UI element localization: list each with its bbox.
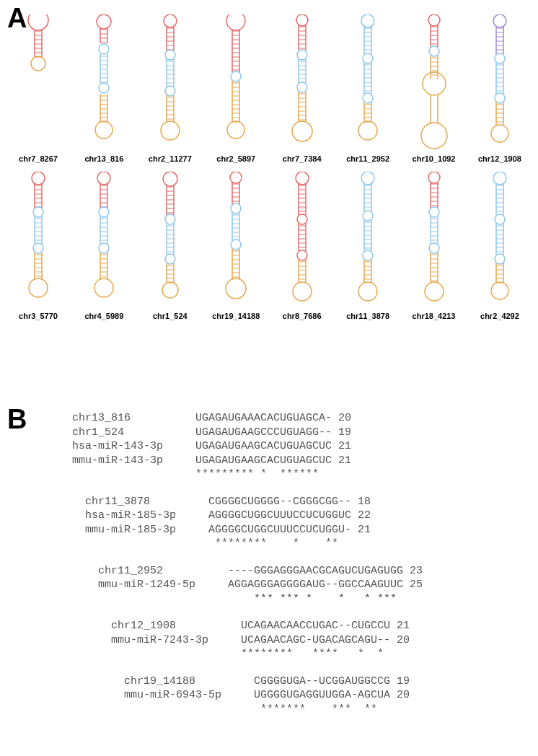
rna-hairpin-icon [339,172,397,309]
structure-label: chr18_4213 [413,312,456,320]
rna-structure: chr11_3878 [335,172,400,320]
svg-point-64 [165,50,175,60]
rna-structure: chr4_5989 [71,172,136,320]
structure-label: chr19_14188 [212,312,260,320]
svg-point-10 [31,56,45,71]
alignment-row: mmu-miR-185-3p AGGGGCUGGCUUUCCUCUGGU- 21 [72,523,423,537]
svg-point-67 [226,14,245,30]
alignment-row: mmu-miR-7243-3p UCAGAACAGC-UGACAGCAGU-- … [72,633,423,648]
alignment-block: chr19_14188 CGGGGUGA--UCGGAUGGCCG 19 mmu… [72,674,423,717]
svg-point-339 [361,172,374,185]
svg-point-225 [29,278,48,297]
svg-point-367 [428,172,440,183]
structure-label: chr2_4292 [480,312,519,320]
svg-point-197 [491,125,508,142]
rna-structure: chr13_816 [71,14,136,163]
svg-point-254 [163,172,177,186]
svg-point-280 [165,214,175,224]
alignment-row: mmu-miR-143-3p UGAGAUGAAGCACUGUAGCUC 21 [72,454,423,468]
structure-label: chr7_7384 [283,154,322,163]
svg-point-166 [423,72,446,95]
svg-point-310 [226,278,246,299]
structure-label: chr11_2952 [346,154,389,163]
panel-b-alignments: chr13_816 UGAGAUGAAACACUGUAGCA- 20chr1_5… [72,411,423,729]
rna-hairpin-icon [471,14,529,151]
alignment-row: chr12_1908 UCAGAACAACCUGAC--CUGCCU 21 [72,619,423,633]
svg-point-169 [421,123,447,149]
rna-structure: chr10_1092 [402,14,467,163]
panel-a-structures: chr7_8267chr13_816chr2_11277chr2_5897chr… [6,14,532,329]
rna-hairpin-icon [339,14,397,151]
svg-point-365 [363,250,373,260]
svg-point-119 [297,50,307,60]
alignment-consensus: *** *** * * * *** [72,592,423,607]
rna-structure: chr3_5770 [6,172,71,320]
svg-point-36 [99,44,109,54]
svg-point-93 [227,121,244,139]
rna-hairpin-icon [75,172,133,309]
svg-point-198 [32,172,45,185]
alignment-row: hsa-miR-185-3p AGGGGCUGGCUUUCCUCUGGUC 22 [72,509,423,523]
rna-hairpin-icon [207,14,265,151]
structure-label: chr4_5989 [85,312,124,320]
svg-point-423 [495,254,505,264]
rna-structure: chr2_11277 [138,14,203,163]
rna-structure: chr18_4213 [402,172,467,320]
alignment-row: mmu-miR-6943-5p UGGGGUGAGGUUGGA-AGCUA 20 [72,688,423,703]
svg-point-223 [33,207,43,217]
alignment-block: chr13_816 UGAGAUGAAACACUGUAGCA- 20chr1_5… [72,411,423,482]
rna-hairpin-icon [75,14,133,151]
svg-point-11 [97,14,111,29]
alignment-row: chr11_2952 ----GGGAGGGAACGCAGUCUGAGUGG 2… [72,564,423,579]
svg-point-422 [495,214,505,224]
structure-row-2: chr3_5770chr4_5989chr1_524chr19_14188chr… [6,172,532,320]
svg-point-337 [297,250,307,260]
svg-point-309 [231,239,241,250]
svg-point-170 [493,14,506,27]
svg-point-252 [99,243,109,253]
structure-row-1: chr7_8267chr13_816chr2_11277chr2_5897chr… [6,14,532,163]
alignment-consensus: ******** * ** [72,537,423,551]
svg-point-66 [161,121,180,140]
svg-point-396 [493,172,506,185]
structure-label: chr12_1908 [478,154,521,163]
svg-point-338 [293,282,312,301]
svg-point-122 [361,14,374,27]
structure-label: chr2_11277 [149,154,192,163]
rna-hairpin-icon [141,172,199,309]
svg-point-393 [429,207,439,217]
svg-point-149 [358,121,377,140]
structure-label: chr13_816 [85,154,124,163]
svg-point-308 [231,203,241,214]
svg-point-37 [99,83,109,93]
rna-hairpin-icon [471,172,529,309]
structure-label: chr10_1092 [413,154,456,163]
svg-point-224 [33,243,43,253]
svg-point-336 [297,214,307,224]
rna-structure: chr2_5897 [203,14,268,163]
rna-hairpin-icon [273,172,331,309]
structure-label: chr7_8267 [19,154,58,163]
rna-structure: chr19_14188 [203,172,268,320]
rna-hairpin-icon [273,14,331,151]
svg-point-226 [97,172,110,185]
svg-point-0 [28,14,48,30]
svg-point-147 [363,53,373,63]
rna-structure: chr7_8267 [6,14,71,163]
alignment-block: chr11_3878 CGGGGCUGGGG--CGGGCGG-- 18 hsa… [72,495,423,551]
alignment-row: chr1_524 UGAGAUGAAGCCCUGUAGG-- 19 [72,426,423,440]
rna-hairpin-icon [9,172,67,309]
svg-point-148 [363,93,373,103]
svg-point-366 [358,282,377,301]
svg-point-251 [99,207,109,217]
alignment-consensus: ********* * ****** [72,467,423,482]
svg-point-165 [429,46,439,56]
structure-label: chr11_3878 [346,312,389,320]
svg-point-364 [363,211,373,221]
structure-label: chr2_5897 [216,154,255,163]
alignment-consensus: ******* *** ** [72,703,423,717]
svg-point-65 [165,86,175,96]
svg-point-283 [230,172,242,183]
structure-label: chr1_524 [153,312,188,320]
panel-b-label: B [7,404,27,435]
